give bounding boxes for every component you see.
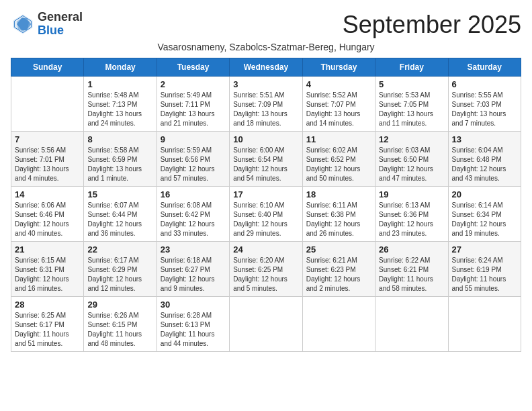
day-number: 24: [233, 244, 298, 255]
day-info: Sunrise: 6:20 AM Sunset: 6:25 PM Dayligh…: [233, 256, 298, 293]
calendar-cell: 25Sunrise: 6:21 AM Sunset: 6:23 PM Dayli…: [302, 242, 375, 297]
day-number: 7: [15, 134, 80, 144]
calendar-cell: 17Sunrise: 6:10 AM Sunset: 6:40 PM Dayli…: [230, 187, 302, 242]
header-day: Tuesday: [157, 58, 229, 77]
calendar-cell: 14Sunrise: 6:06 AM Sunset: 6:46 PM Dayli…: [11, 187, 84, 242]
calendar-cell: 6Sunrise: 5:55 AM Sunset: 7:03 PM Daylig…: [448, 77, 521, 132]
day-info: Sunrise: 6:17 AM Sunset: 6:29 PM Dayligh…: [87, 256, 152, 293]
header-day: Sunday: [11, 58, 84, 77]
calendar-cell: [448, 297, 521, 352]
day-number: 13: [452, 134, 517, 144]
day-number: 8: [87, 134, 152, 144]
day-info: Sunrise: 5:49 AM Sunset: 7:11 PM Dayligh…: [161, 91, 226, 128]
day-number: 19: [379, 189, 444, 199]
calendar-cell: 13Sunrise: 6:04 AM Sunset: 6:48 PM Dayli…: [448, 132, 521, 187]
day-info: Sunrise: 6:14 AM Sunset: 6:34 PM Dayligh…: [452, 201, 517, 238]
day-number: 4: [306, 79, 371, 89]
header-day: Wednesday: [230, 58, 302, 77]
day-number: 27: [452, 244, 517, 255]
calendar-cell: [230, 297, 302, 352]
calendar-cell: 26Sunrise: 6:22 AM Sunset: 6:21 PM Dayli…: [375, 242, 448, 297]
day-info: Sunrise: 6:18 AM Sunset: 6:27 PM Dayligh…: [161, 256, 226, 293]
calendar-cell: 15Sunrise: 6:07 AM Sunset: 6:44 PM Dayli…: [84, 187, 157, 242]
day-number: 18: [306, 189, 371, 199]
day-number: 17: [233, 189, 298, 199]
calendar-cell: 8Sunrise: 5:58 AM Sunset: 6:59 PM Daylig…: [84, 132, 157, 187]
calendar-cell: 29Sunrise: 6:26 AM Sunset: 6:15 PM Dayli…: [84, 297, 157, 352]
title-block: September 2025: [343, 11, 521, 39]
day-number: 23: [161, 244, 226, 255]
calendar-table: SundayMondayTuesdayWednesdayThursdayFrid…: [11, 58, 521, 352]
calendar-week: 14Sunrise: 6:06 AM Sunset: 6:46 PM Dayli…: [11, 187, 521, 242]
logo-icon: [11, 12, 35, 36]
day-info: Sunrise: 5:51 AM Sunset: 7:09 PM Dayligh…: [233, 91, 298, 128]
calendar-cell: 21Sunrise: 6:15 AM Sunset: 6:31 PM Dayli…: [11, 242, 84, 297]
day-number: 2: [161, 79, 226, 89]
header: General Blue September 2025: [11, 11, 521, 39]
day-info: Sunrise: 6:15 AM Sunset: 6:31 PM Dayligh…: [15, 256, 80, 293]
calendar-cell: 19Sunrise: 6:13 AM Sunset: 6:36 PM Dayli…: [375, 187, 448, 242]
calendar-cell: 10Sunrise: 6:00 AM Sunset: 6:54 PM Dayli…: [230, 132, 302, 187]
calendar-cell: 3Sunrise: 5:51 AM Sunset: 7:09 PM Daylig…: [230, 77, 302, 132]
header-day: Monday: [84, 58, 157, 77]
day-info: Sunrise: 5:56 AM Sunset: 7:01 PM Dayligh…: [15, 146, 80, 183]
calendar-cell: 27Sunrise: 6:24 AM Sunset: 6:19 PM Dayli…: [448, 242, 521, 297]
calendar-cell: [302, 297, 375, 352]
day-info: Sunrise: 6:07 AM Sunset: 6:44 PM Dayligh…: [87, 201, 152, 238]
day-info: Sunrise: 6:25 AM Sunset: 6:17 PM Dayligh…: [15, 311, 80, 349]
calendar-cell: 30Sunrise: 6:28 AM Sunset: 6:13 PM Dayli…: [157, 297, 229, 352]
day-number: 15: [87, 189, 152, 199]
day-number: 5: [379, 79, 444, 89]
logo-text: General Blue: [38, 11, 83, 38]
day-info: Sunrise: 6:10 AM Sunset: 6:40 PM Dayligh…: [233, 201, 298, 238]
day-number: 25: [306, 244, 371, 255]
day-number: 12: [379, 134, 444, 144]
day-number: 6: [452, 79, 517, 89]
day-number: 30: [161, 300, 226, 310]
calendar-cell: 12Sunrise: 6:03 AM Sunset: 6:50 PM Dayli…: [375, 132, 448, 187]
day-number: 1: [87, 79, 152, 89]
day-info: Sunrise: 6:08 AM Sunset: 6:42 PM Dayligh…: [161, 201, 226, 238]
calendar-cell: 5Sunrise: 5:53 AM Sunset: 7:05 PM Daylig…: [375, 77, 448, 132]
day-number: 26: [379, 244, 444, 255]
calendar-cell: 23Sunrise: 6:18 AM Sunset: 6:27 PM Dayli…: [157, 242, 229, 297]
calendar-cell: 2Sunrise: 5:49 AM Sunset: 7:11 PM Daylig…: [157, 77, 229, 132]
logo-general: General: [38, 10, 83, 24]
day-number: 14: [15, 189, 80, 199]
day-info: Sunrise: 6:00 AM Sunset: 6:54 PM Dayligh…: [233, 146, 298, 183]
logo-blue: Blue: [38, 24, 64, 37]
day-info: Sunrise: 6:26 AM Sunset: 6:15 PM Dayligh…: [87, 311, 152, 349]
header-day: Thursday: [302, 58, 375, 77]
day-number: 16: [161, 189, 226, 199]
calendar-cell: 4Sunrise: 5:52 AM Sunset: 7:07 PM Daylig…: [302, 77, 375, 132]
subtitle: Vasarosnameny, Szabolcs-Szatmar-Bereg, H…: [11, 42, 521, 52]
calendar-cell: [375, 297, 448, 352]
calendar-cell: [11, 77, 84, 132]
day-number: 9: [161, 134, 226, 144]
day-number: 21: [15, 244, 80, 255]
day-info: Sunrise: 5:59 AM Sunset: 6:56 PM Dayligh…: [161, 146, 226, 183]
day-number: 10: [233, 134, 298, 144]
day-info: Sunrise: 6:04 AM Sunset: 6:48 PM Dayligh…: [452, 146, 517, 183]
day-info: Sunrise: 6:02 AM Sunset: 6:52 PM Dayligh…: [306, 146, 371, 183]
calendar-cell: 28Sunrise: 6:25 AM Sunset: 6:17 PM Dayli…: [11, 297, 84, 352]
day-info: Sunrise: 5:55 AM Sunset: 7:03 PM Dayligh…: [452, 91, 517, 128]
day-info: Sunrise: 5:53 AM Sunset: 7:05 PM Dayligh…: [379, 91, 444, 128]
day-info: Sunrise: 6:13 AM Sunset: 6:36 PM Dayligh…: [379, 201, 444, 238]
calendar-cell: 11Sunrise: 6:02 AM Sunset: 6:52 PM Dayli…: [302, 132, 375, 187]
day-info: Sunrise: 6:22 AM Sunset: 6:21 PM Dayligh…: [379, 256, 444, 293]
calendar-cell: 16Sunrise: 6:08 AM Sunset: 6:42 PM Dayli…: [157, 187, 229, 242]
day-info: Sunrise: 6:21 AM Sunset: 6:23 PM Dayligh…: [306, 256, 371, 293]
header-day: Friday: [375, 58, 448, 77]
day-number: 22: [87, 244, 152, 255]
day-number: 29: [87, 300, 152, 310]
calendar-cell: 24Sunrise: 6:20 AM Sunset: 6:25 PM Dayli…: [230, 242, 302, 297]
day-number: 3: [233, 79, 298, 89]
day-info: Sunrise: 6:06 AM Sunset: 6:46 PM Dayligh…: [15, 201, 80, 238]
calendar-cell: 20Sunrise: 6:14 AM Sunset: 6:34 PM Dayli…: [448, 187, 521, 242]
day-number: 11: [306, 134, 371, 144]
month-title: September 2025: [343, 11, 521, 39]
calendar-cell: 1Sunrise: 5:48 AM Sunset: 7:13 PM Daylig…: [84, 77, 157, 132]
day-info: Sunrise: 6:03 AM Sunset: 6:50 PM Dayligh…: [379, 146, 444, 183]
day-number: 28: [15, 300, 80, 310]
